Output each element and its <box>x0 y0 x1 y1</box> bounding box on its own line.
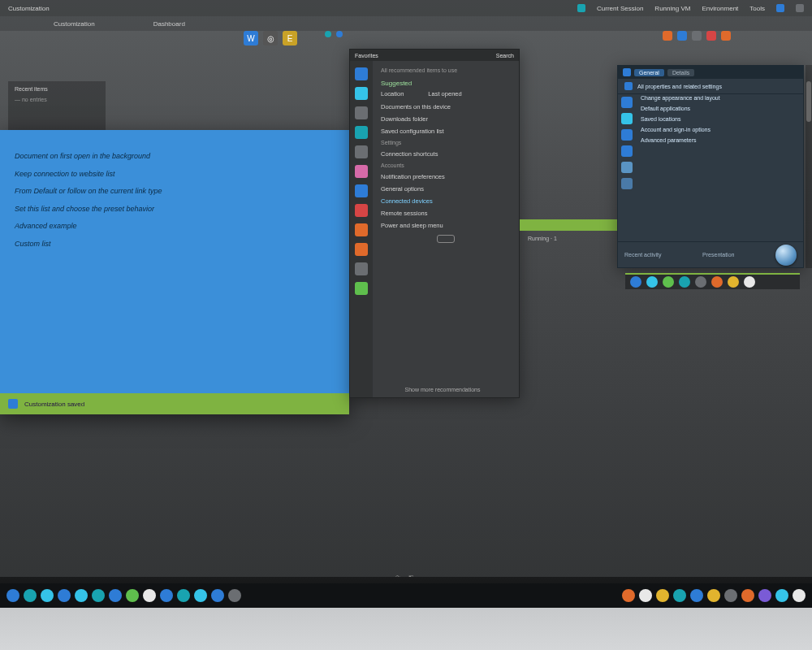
rail-mail-icon[interactable] <box>355 126 368 139</box>
rail-web-icon[interactable] <box>355 87 368 100</box>
tray-icon[interactable] <box>690 589 703 602</box>
start-item[interactable]: Settings <box>381 137 511 148</box>
start-item[interactable]: Power and sleep menu <box>381 219 511 232</box>
system-menubar: Customization Current Session Running VM… <box>0 0 812 16</box>
mini-task-icon[interactable] <box>711 276 723 288</box>
tray-icon[interactable] <box>775 589 788 602</box>
task-icon[interactable] <box>160 589 173 602</box>
start-item[interactable]: Saved configuration list <box>381 125 511 137</box>
rail-power-icon[interactable] <box>355 282 368 295</box>
start-item[interactable]: Notification preferences <box>381 171 511 183</box>
start-item[interactable]: Downloads folder <box>381 113 511 125</box>
status-dot-icon <box>325 31 331 37</box>
doc-line: Document on first open in the background <box>15 148 335 166</box>
rail-settings-icon[interactable] <box>355 223 368 236</box>
doc-line: Advanced example <box>15 218 335 236</box>
tray-icon[interactable] <box>758 589 771 602</box>
task-icon[interactable] <box>58 589 71 602</box>
rail-home-icon[interactable] <box>355 67 368 80</box>
prop-row[interactable]: Saved locations <box>641 116 798 122</box>
task-icon[interactable] <box>143 589 156 602</box>
tray-icon[interactable] <box>707 589 720 602</box>
rail-security-icon[interactable] <box>355 204 368 217</box>
rail-help-icon[interactable] <box>355 243 368 256</box>
start-item[interactable]: Connection shortcuts <box>381 148 511 160</box>
start-tab-search[interactable]: Search <box>496 53 514 58</box>
mini-task-icon[interactable] <box>630 276 641 288</box>
rail-files-icon[interactable] <box>355 106 368 119</box>
tab-details[interactable]: Details <box>667 69 694 76</box>
document-window: Document on first open in the background… <box>0 130 349 414</box>
menu-item[interactable]: Current Session <box>597 5 643 12</box>
task-icon[interactable] <box>194 589 207 602</box>
tray-icon[interactable] <box>656 589 669 602</box>
tray-icon[interactable] <box>724 589 737 602</box>
tray-icon[interactable] <box>706 31 716 41</box>
tray-icon[interactable] <box>677 31 687 41</box>
mini-task-icon[interactable] <box>728 276 739 288</box>
prop-row[interactable]: Change appearance and layout <box>641 95 798 101</box>
task-icon[interactable] <box>92 589 105 602</box>
app-icon-explorer[interactable]: E <box>283 31 297 46</box>
start-item[interactable]: Accounts <box>381 160 511 171</box>
doc-line: Keep connection to website list <box>15 166 335 184</box>
tray-icon[interactable] <box>673 589 686 602</box>
mini-task-icon[interactable] <box>744 276 755 288</box>
task-icon[interactable] <box>24 589 37 602</box>
mini-task-icon[interactable] <box>679 276 690 288</box>
start-panel: Favorites Search All recommended items t… <box>349 49 520 398</box>
task-icon[interactable] <box>228 589 241 602</box>
task-icon[interactable] <box>177 589 190 602</box>
tab-a[interactable]: Customization <box>49 19 100 29</box>
start-item[interactable]: General options <box>381 183 511 195</box>
rail-vm-icon[interactable] <box>355 262 368 275</box>
tray-icon[interactable] <box>741 589 754 602</box>
app-icon-word[interactable]: W <box>244 31 258 46</box>
task-icon[interactable] <box>126 589 139 602</box>
start-button-icon[interactable] <box>6 589 19 602</box>
task-icon[interactable] <box>41 589 54 602</box>
tray-icon[interactable] <box>639 589 652 602</box>
rail-media-icon[interactable] <box>355 165 368 178</box>
tray-icon[interactable] <box>622 589 635 602</box>
start-section-header: Suggested <box>381 80 511 87</box>
note-icon[interactable] <box>796 4 804 12</box>
start-item[interactable]: Connected devices <box>381 195 511 207</box>
task-icon[interactable] <box>75 589 88 602</box>
prop-row[interactable]: Advanced parameters <box>641 137 798 143</box>
status-icon <box>577 4 585 12</box>
title-tabs: Customization Dashboard <box>0 16 812 31</box>
task-icon[interactable] <box>109 589 122 602</box>
start-item[interactable]: Documents on this device <box>381 101 511 113</box>
scrollbar[interactable] <box>806 65 812 268</box>
menu-item[interactable]: Tools <box>749 5 765 12</box>
rail-terminal-icon[interactable] <box>355 145 368 158</box>
start-item[interactable]: Remote sessions <box>381 207 511 219</box>
prop-row[interactable]: Default applications <box>641 106 798 111</box>
app-icon-settings[interactable]: ◎ <box>263 31 278 46</box>
menu-item[interactable]: Environment <box>702 5 738 12</box>
start-panel-title: Favorites Search <box>350 50 519 61</box>
recent-panel: Recent items — no entries <box>8 81 106 130</box>
vm-running-label: Running · 1 <box>528 236 557 241</box>
tray-icon[interactable] <box>692 31 702 41</box>
toggle-icon[interactable] <box>437 235 455 243</box>
tab-b[interactable]: Dashboard <box>149 19 190 29</box>
mini-task-icon[interactable] <box>646 276 658 288</box>
doc-line: Custom list <box>15 236 335 254</box>
prop-row[interactable]: Account and sign-in options <box>641 127 798 132</box>
globe-icon[interactable] <box>776 4 784 12</box>
display-knob-icon[interactable] <box>775 245 797 266</box>
task-icon[interactable] <box>211 589 224 602</box>
tray-icon[interactable] <box>793 589 806 602</box>
start-tab-favorites[interactable]: Favorites <box>355 53 378 58</box>
rail-store-icon[interactable] <box>355 184 368 197</box>
menu-item[interactable]: Running VM <box>654 5 690 12</box>
tray-icon[interactable] <box>721 31 731 41</box>
tray-icon[interactable] <box>663 31 672 41</box>
mini-task-icon[interactable] <box>695 276 706 288</box>
start-footer[interactable]: Show more recommendations <box>373 387 512 392</box>
scrollbar-thumb[interactable] <box>806 81 811 122</box>
mini-task-icon[interactable] <box>663 276 674 288</box>
tab-general[interactable]: General <box>634 69 664 76</box>
